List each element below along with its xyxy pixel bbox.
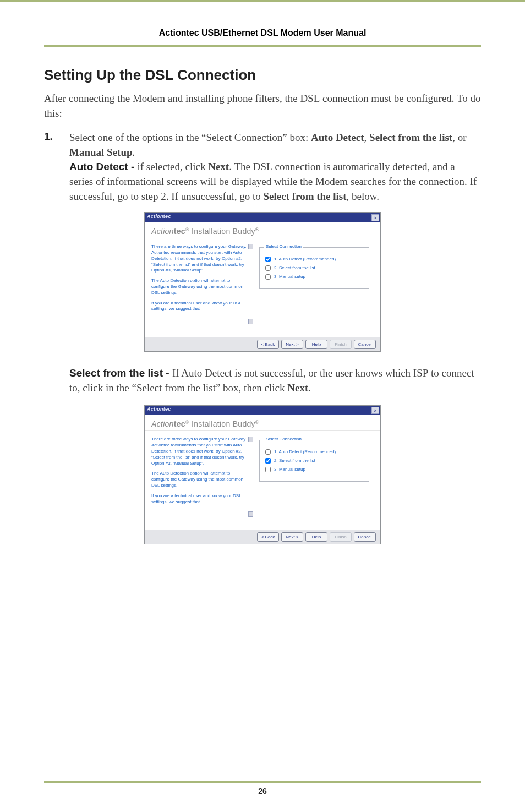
opt-select-list-checkbox[interactable] [265,265,271,271]
select-connection-fieldset: Select Connection 1. Auto Detect (Recomm… [259,247,369,289]
dialog2-button-row: < Back Next > Help Finish Cancel [145,530,380,544]
instr-p3: If you are a technical user and know you… [151,301,248,313]
back-button[interactable]: < Back [257,532,279,542]
auto-text-a: if selected, click [138,161,209,172]
dialog1-button-row: < Back Next > Help Finish Cancel [145,337,380,351]
brand-reg2: ® [255,227,259,232]
s1-sep1: , [364,132,370,143]
auto-detect-label: Auto Detect - [69,161,138,172]
next-button[interactable]: Next > [281,340,303,349]
installation-dialog-1: Actiontec × Actiontec® Installation Budd… [144,212,381,352]
help-button[interactable]: Help [305,532,327,542]
help-button[interactable]: Help [305,340,327,349]
dialog2-titlebar: Actiontec × [145,406,380,415]
s1-opt-auto: Auto Detect [311,132,364,143]
opt-select-list-checkbox[interactable] [265,458,271,464]
opt-auto-detect[interactable]: 1. Auto Detect (Recommended) [265,449,363,455]
s1-period: . [133,146,135,158]
select-connection-fieldset: Select Connection 1. Auto Detect (Recomm… [259,440,369,482]
s1-opt-manual: Manual Setup [69,146,133,158]
dialog2-brand: Actiontec® Installation Buddy® [151,419,374,428]
dialog1-app-name: Actiontec [147,214,171,219]
fl-isp: ISP [413,367,428,379]
close-icon[interactable]: × [371,214,379,221]
brand-reg2: ® [255,419,259,425]
back-button[interactable]: < Back [257,340,279,349]
fl-next: Next [287,382,308,394]
dialog2-instructions: There are three ways to configure your G… [151,437,251,517]
s1-text-a: Select one of the options in the “Select… [69,132,311,143]
instr-p3: If you are a technical user and know you… [151,493,248,505]
intro-paragraph: After connecting the Modem and installin… [44,91,481,121]
opt-manual-label: 3. Manual setup [274,274,305,279]
opt-auto-detect-checkbox[interactable] [265,257,271,262]
brand-rest: Installation Buddy [189,227,255,236]
auto-text-d: , below. [347,190,379,202]
opt-select-list[interactable]: 2. Select from the list [265,265,363,271]
brand-action: Action [151,227,174,236]
dialog1-titlebar: Actiontec × [145,213,380,222]
opt-manual[interactable]: 3. Manual setup [265,274,363,280]
opt-manual-checkbox[interactable] [265,467,271,472]
dialog1-instructions: There are three ways to configure your G… [151,244,251,324]
opt-manual[interactable]: 3. Manual setup [265,467,363,472]
instr-p1: There are three ways to configure your G… [151,437,248,466]
dialog1-banner: Actiontec® Installation Buddy® [145,222,380,238]
cancel-button[interactable]: Cancel [354,340,376,349]
cancel-button[interactable]: Cancel [354,532,376,542]
step-1: 1. Select one of the options in the “Sel… [44,130,481,204]
opt-manual-label: 3. Manual setup [274,467,305,472]
instr-p1: There are three ways to configure your G… [151,244,248,274]
auto-next: Next [208,161,229,172]
page-footer: 26 [0,778,525,795]
opt-manual-checkbox[interactable] [265,274,271,280]
fl-text-a: If Auto Detect is not successful, or the… [172,367,413,379]
installation-dialog-2: Actiontec × Actiontec® Installation Budd… [144,405,381,544]
brand-tec: tec [174,227,185,236]
instr-p2: The Auto Detection option will attempt t… [151,278,248,296]
s1-opt-select: Select from the list [369,132,452,143]
intro-text-a: After connecting the Modem and installin… [44,92,300,104]
manual-title-header: Actiontec USB/Ethernet DSL Modem User Ma… [44,24,481,47]
scroll-up-icon[interactable] [248,244,253,249]
opt-auto-detect-label: 1. Auto Detect (Recommended) [274,449,336,454]
page-number: 26 [0,787,525,795]
scroll-down-icon[interactable] [248,511,253,517]
brand-action: Action [151,419,174,428]
instr-p2: The Auto Detection option will attempt t… [151,471,248,488]
scroll-up-icon[interactable] [248,437,253,442]
brand-reg1: ® [185,227,189,232]
finish-button: Finish [330,340,352,349]
select-list-label: Select from the list - [69,367,172,379]
dialog2-banner: Actiontec® Installation Buddy® [145,415,380,431]
auto-dsl: DSL [253,161,272,172]
intro-dsl: DSL [300,92,320,104]
dialog2-app-name: Actiontec [147,406,171,412]
scroll-down-icon[interactable] [248,319,253,324]
step-1-number: 1. [44,130,56,204]
finish-button: Finish [330,532,352,542]
opt-select-list-label: 2. Select from the list [274,458,315,463]
fieldset-legend: Select Connection [264,437,303,442]
s1-sep2: , or [452,132,466,143]
dialog1-brand: Actiontec® Installation Buddy® [151,227,374,236]
auto-text-b: . The [229,161,253,172]
fieldset-legend: Select Connection [264,244,303,249]
auto-select-from-list: Select from the list [264,190,347,202]
fl-text-c: . [308,382,311,394]
opt-auto-detect-checkbox[interactable] [265,449,271,455]
brand-reg1: ® [185,419,189,425]
opt-select-list[interactable]: 2. Select from the list [265,458,363,464]
brand-rest: Installation Buddy [189,419,255,428]
select-from-list-paragraph: Select from the list - If Auto Detect is… [44,366,481,395]
opt-auto-detect[interactable]: 1. Auto Detect (Recommended) [265,257,363,262]
opt-auto-detect-label: 1. Auto Detect (Recommended) [274,257,336,261]
footer-rule [44,781,481,783]
brand-tec: tec [174,419,185,428]
next-button[interactable]: Next > [281,532,303,542]
opt-select-list-label: 2. Select from the list [274,265,315,270]
step-1-body: Select one of the options in the “Select… [69,130,481,204]
section-heading: Setting Up the DSL Connection [44,67,481,84]
close-icon[interactable]: × [371,407,379,414]
